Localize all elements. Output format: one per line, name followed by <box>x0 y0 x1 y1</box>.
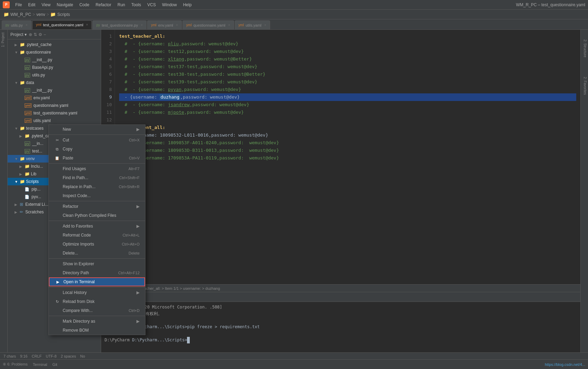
ctx-reformat[interactable]: Reformat Code Ctrl+Alt+L <box>49 231 145 240</box>
ctx-new[interactable]: New ▶ <box>49 125 145 134</box>
close-tab-icon[interactable]: × <box>228 23 230 27</box>
breadcrumb-part-1[interactable]: WM_R_PC <box>10 12 31 17</box>
menu-file[interactable]: File <box>12 2 25 8</box>
tree-item-label: Inclu... <box>31 164 43 169</box>
tree-item-test-questionnaire-yaml[interactable]: yml test_questionnaire.yaml <box>8 109 101 117</box>
ctx-paste[interactable]: 📋 Paste Ctrl+V <box>49 154 145 163</box>
ctx-replace-in-path[interactable]: Replace in Path... Ctrl+Shift+R <box>49 182 145 191</box>
tree-item-env-yaml[interactable]: yml env.yaml <box>8 94 101 102</box>
ctx-delete[interactable]: Delete... Delete <box>49 249 145 258</box>
tree-item-utils-py[interactable]: py utils.py <box>8 71 101 79</box>
close-tab-icon[interactable]: × <box>176 23 178 27</box>
structure-panel-label[interactable]: 2: Structure <box>581 37 588 60</box>
folder-icon: 📁 <box>25 172 30 176</box>
ctx-cut[interactable]: ✂ Cut Ctrl+X <box>49 136 145 145</box>
ctx-compare[interactable]: Compare With... Ctrl+D <box>49 306 145 315</box>
tab-utils-yaml[interactable]: yml utils.yaml × <box>235 20 270 29</box>
ctx-label: Open in Terminal <box>63 279 95 284</box>
tree-item-baseapi[interactable]: py BaseApi.py <box>8 64 101 71</box>
menu-edit[interactable]: Edit <box>25 2 38 8</box>
close-tab-icon[interactable]: × <box>141 23 143 27</box>
tree-item-label: venv <box>26 156 35 161</box>
tree-item-pytest-cache[interactable]: ▶ 📁 .pytest_cache <box>8 41 101 48</box>
ctx-find-usages[interactable]: Find Usages Alt+F7 <box>49 164 145 173</box>
favorites-panel-label[interactable]: 2: Favorites <box>581 74 588 98</box>
tab-test-questionnaire-yaml[interactable]: yml test_questionnaire.yaml × <box>32 20 92 29</box>
code-line: # - {username: 1809853F-A011-0240,passwo… <box>119 139 576 147</box>
project-panel-label[interactable]: 1: Project <box>0 30 7 50</box>
py-file-icon: py <box>25 141 30 146</box>
menu-vcs[interactable]: VCS <box>144 2 159 8</box>
tree-item-label: questionnaire <box>26 50 51 55</box>
menu-view[interactable]: View <box>39 2 53 8</box>
ctx-reload-disk[interactable]: ↻ Reload from Disk <box>49 297 145 306</box>
settings-icon[interactable]: ⚙ <box>38 32 42 37</box>
tree-item-label: questionnaire.yaml <box>34 103 69 108</box>
tree-item-init-py[interactable]: py __init__.py <box>8 56 101 64</box>
git-button[interactable]: Git <box>52 362 57 367</box>
problems-button[interactable]: ⑥ 6: Problems <box>3 362 28 367</box>
ctx-directory-path[interactable]: Directory Path Ctrl+Alt+F12 <box>49 268 145 277</box>
menu-code[interactable]: Code <box>77 2 92 8</box>
tab-label: test_questionnaire.yaml <box>43 23 83 27</box>
chevron-icon: ▶ <box>19 172 24 176</box>
tree-item-questionnaire[interactable]: ▼ 📁 questionnaire <box>8 48 101 56</box>
shortcut-label: Alt+F7 <box>128 167 140 171</box>
ctx-optimize-imports[interactable]: Optimize Imports Ctrl+Alt+O <box>49 240 145 249</box>
expand-icon[interactable]: ⇅ <box>34 32 37 37</box>
breadcrumb: 📁 WM_R_PC > venv > 📁 Scripts <box>0 10 588 19</box>
ctx-find-in-path[interactable]: Find in Path... Ctrl+Shift+F <box>49 173 145 182</box>
ctx-inspect-code[interactable]: Inspect Code... <box>49 191 145 200</box>
ctx-label: Optimize Imports <box>63 242 94 247</box>
code-editor[interactable]: 1 2 3 4 5 6 7 8 9 10 11 12 13 14 15 16 1… <box>101 30 580 284</box>
close-tab-icon[interactable]: × <box>86 23 88 27</box>
menu-run[interactable]: Run <box>115 2 128 8</box>
menu-tools[interactable]: Tools <box>128 2 144 8</box>
tree-item-utils-yaml[interactable]: yml utils.yaml <box>8 117 101 124</box>
submenu-arrow-icon: ▶ <box>136 204 140 209</box>
menu-refactor[interactable]: Refactor <box>93 2 114 8</box>
ctx-mark-directory[interactable]: Mark Directory as ▶ <box>49 317 145 326</box>
tab-test-questionnaire-py[interactable]: py test_questionnaire.py × <box>92 20 146 29</box>
terminal-content[interactable]: Microsoft (c) 2020 Microsoft Corporation… <box>101 302 580 352</box>
chevron-icon: ▼ <box>15 127 19 130</box>
tab-utils-py[interactable]: py utils.py × <box>2 20 32 29</box>
breadcrumb-part-3[interactable]: Scripts <box>57 12 70 17</box>
folder-icon: 📁 <box>20 156 25 161</box>
ctx-remove-bom[interactable]: Remove BOM <box>49 326 145 335</box>
terminal-button[interactable]: Terminal <box>33 362 47 367</box>
close-tab-icon[interactable]: × <box>264 23 266 27</box>
ctx-label: Find Usages <box>63 166 86 171</box>
tree-item-data-init[interactable]: py __init__.py <box>8 86 101 94</box>
tab-questionnaire-yaml[interactable]: yml questionnaire.yaml × <box>182 20 234 29</box>
ctx-clean-python[interactable]: Clean Python Compiled Files <box>49 211 145 220</box>
terminal-line: Microsoft (c) 2020 Microsoft Corporation… <box>105 304 577 311</box>
ctx-refactor[interactable]: Refactor ▶ <box>49 202 145 211</box>
ctx-copy[interactable]: ⧉ Copy <box>49 145 145 154</box>
ctx-show-explorer[interactable]: Show in Explorer <box>49 259 145 268</box>
code-line: - {username: 18098532-L011-0016,password… <box>119 131 576 139</box>
tree-item-label: BaseApi.py <box>32 65 53 70</box>
tab-env-yaml[interactable]: yml env.yaml × <box>147 20 182 29</box>
hint-link[interactable]: https://blog.csdn.net/4... <box>545 362 585 367</box>
close-tab-icon[interactable]: × <box>26 23 28 27</box>
breadcrumb-part-2[interactable]: venv <box>36 12 45 17</box>
locate-icon[interactable]: ⊕ <box>29 32 32 37</box>
code-line-highlight: - {username: duzhang,password: wemust@de… <box>119 93 576 101</box>
ctx-add-favorites[interactable]: Add to Favorites ▶ <box>49 222 145 231</box>
tree-item-data[interactable]: ▼ 📁 data <box>8 79 101 86</box>
minimize-icon[interactable]: − <box>44 32 46 37</box>
line-num: 10 <box>101 101 112 109</box>
ctx-open-terminal[interactable]: ▶ Open in Terminal <box>49 277 145 286</box>
separator <box>49 316 145 316</box>
menu-window[interactable]: Window <box>159 2 180 8</box>
code-content[interactable]: test_teacher_all: # - {username: pliu,pa… <box>115 30 580 284</box>
code-line: # - {username: 1809853D-B311-0013,passwo… <box>119 147 576 154</box>
scratches-icon: ✏ <box>20 210 23 214</box>
menu-navigate[interactable]: Navigate <box>54 2 76 8</box>
terminal-header: Terminal: Local <box>101 292 580 302</box>
py-file-icon: py <box>25 88 30 93</box>
ctx-local-history[interactable]: Local History ▶ <box>49 288 145 297</box>
tree-item-questionnaire-yaml[interactable]: yml questionnaire.yaml <box>8 102 101 109</box>
menu-help[interactable]: Help <box>180 2 195 8</box>
